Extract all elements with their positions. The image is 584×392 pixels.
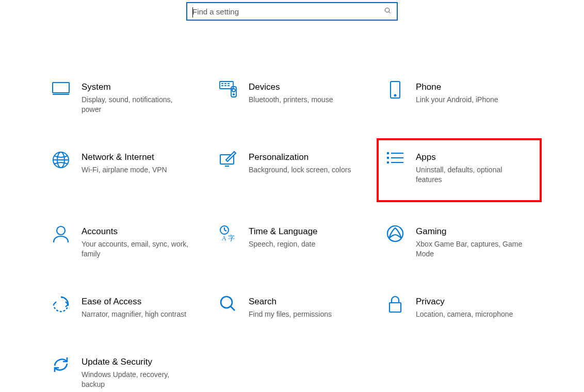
tile-desc: Link your Android, iPhone <box>416 95 498 105</box>
tile-title: Ease of Access <box>82 296 186 307</box>
tile-desc: Narrator, magnifier, high contrast <box>82 309 186 319</box>
tile-network[interactable]: Network & Internet Wi-Fi, airplane mode,… <box>46 148 203 193</box>
tile-title: Time & Language <box>249 226 318 237</box>
svg-rect-2 <box>53 83 69 93</box>
update-icon <box>50 355 72 374</box>
tile-desc: Display, sound, notifications, power <box>82 95 190 115</box>
svg-point-34 <box>221 297 232 308</box>
tile-desc: Find my files, permissions <box>249 309 332 319</box>
tile-search[interactable]: Search Find my files, permissions <box>214 292 370 323</box>
tile-apps[interactable]: Apps Uninstall, defaults, optional featu… <box>377 138 542 202</box>
tile-title: Search <box>249 296 332 307</box>
tile-devices[interactable]: Devices Bluetooth, printers, mouse <box>214 77 370 119</box>
search-tile-icon <box>217 295 239 313</box>
svg-rect-21 <box>387 152 389 154</box>
tile-desc: Speech, region, date <box>249 239 318 249</box>
tile-desc: Windows Update, recovery, backup <box>82 370 190 389</box>
svg-line-30 <box>224 230 226 231</box>
tile-update-security[interactable]: Update & Security Windows Update, recove… <box>46 352 203 392</box>
gaming-icon <box>384 225 407 242</box>
svg-point-0 <box>385 8 390 12</box>
tile-personalization[interactable]: Personalization Background, lock screen,… <box>214 148 370 193</box>
svg-line-35 <box>231 306 235 311</box>
globe-icon <box>50 151 72 169</box>
accounts-icon <box>50 225 72 243</box>
apps-icon <box>384 151 407 166</box>
lock-icon <box>384 295 407 314</box>
tile-gaming[interactable]: Gaming Xbox Game Bar, captures, Game Mod… <box>381 222 538 263</box>
tile-title: Network & Internet <box>82 152 167 163</box>
tile-title: Gaming <box>416 226 524 237</box>
tile-desc: Bluetooth, printers, mouse <box>249 95 333 105</box>
tile-time-language[interactable]: A 字 Time & Language Speech, region, date <box>214 222 370 263</box>
ease-of-access-icon <box>50 295 72 314</box>
tile-phone[interactable]: Phone Link your Android, iPhone <box>381 77 538 119</box>
system-icon <box>50 80 72 96</box>
svg-text:A: A <box>222 235 226 242</box>
tile-desc: Location, camera, microphone <box>416 309 513 319</box>
tile-title: Devices <box>249 81 333 93</box>
devices-icon <box>217 80 239 98</box>
tile-desc: Background, lock screen, colors <box>249 165 351 175</box>
tile-desc: Wi-Fi, airplane mode, VPN <box>82 165 167 175</box>
svg-point-12 <box>232 89 235 92</box>
svg-point-15 <box>395 95 396 96</box>
tile-title: Update & Security <box>82 356 190 368</box>
tile-privacy[interactable]: Privacy Location, camera, microphone <box>381 292 538 323</box>
tile-system[interactable]: System Display, sound, notifications, po… <box>46 77 203 119</box>
personalization-icon <box>217 151 239 167</box>
tile-title: System <box>82 81 190 93</box>
svg-text:字: 字 <box>228 234 235 242</box>
tile-title: Privacy <box>416 296 513 307</box>
phone-icon <box>384 80 407 99</box>
svg-point-27 <box>57 226 65 235</box>
tile-title: Accounts <box>82 226 190 237</box>
svg-rect-22 <box>387 157 389 159</box>
svg-rect-36 <box>390 303 401 312</box>
search-icon <box>384 7 392 17</box>
svg-point-13 <box>233 94 234 95</box>
tile-title: Personalization <box>249 152 351 163</box>
text-caret <box>192 7 193 18</box>
svg-line-1 <box>389 11 391 13</box>
time-language-icon: A 字 <box>217 225 239 242</box>
svg-rect-23 <box>387 161 389 164</box>
tile-desc: Uninstall, defaults, optional features <box>416 165 524 185</box>
search-input[interactable] <box>192 7 384 16</box>
tile-desc: Your accounts, email, sync, work, family <box>82 239 190 259</box>
tile-accounts[interactable]: Accounts Your accounts, email, sync, wor… <box>46 222 203 263</box>
tile-title: Apps <box>416 152 524 163</box>
tile-ease-of-access[interactable]: Ease of Access Narrator, magnifier, high… <box>46 292 203 323</box>
search-box[interactable] <box>186 2 398 21</box>
settings-grid: System Display, sound, notifications, po… <box>46 77 538 392</box>
tile-title: Phone <box>416 81 498 93</box>
tile-desc: Xbox Game Bar, captures, Game Mode <box>416 239 524 259</box>
